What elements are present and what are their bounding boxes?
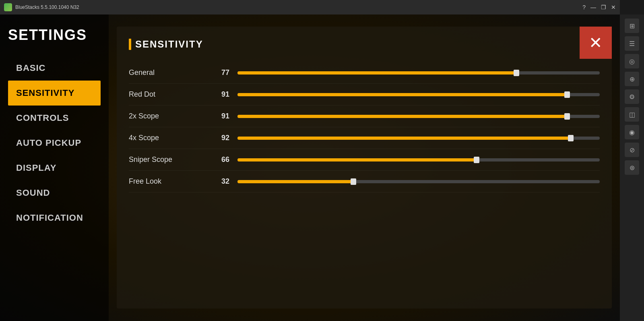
slider-value-4x-scope: 92 [209,134,229,142]
slider-track-4x-scope[interactable] [237,137,600,140]
right-icon-8[interactable]: ⊘ [625,143,639,157]
section-title: SENSITIVITY [135,39,203,50]
sidebar-item-auto-pickup[interactable]: AUTO PICKUP [8,130,101,155]
slider-thumb-4x-scope[interactable] [568,135,574,141]
slider-label-sniper-scope: Sniper Scope [129,155,209,164]
slider-track-general[interactable] [237,71,600,75]
right-sidebar: ⊞ ☰ ◎ ⊕ ⚙ ◫ ◉ ⊘ ⊛ [620,14,644,321]
slider-track-2x-scope[interactable] [237,115,600,118]
slider-fill-free-look [237,180,353,183]
window-controls: ? — ❐ ✕ [582,4,616,10]
main-wrapper: SETTINGS BASIC SENSITIVITY CONTROLS AUTO… [0,14,620,321]
right-icon-5[interactable]: ⚙ [625,89,639,104]
slider-fill-4x-scope [237,137,571,140]
right-icon-1[interactable]: ⊞ [625,19,639,33]
slider-row-red-dot: Red Dot 91 [129,84,600,106]
settings-title: SETTINGS [8,27,101,43]
slider-value-red-dot: 91 [209,90,229,99]
slider-track-red-dot[interactable] [237,93,600,96]
slider-fill-red-dot [237,93,567,96]
slider-thumb-free-look[interactable] [351,178,356,185]
slider-label-4x-scope: 4x Scope [129,134,209,142]
slider-label-2x-scope: 2x Scope [129,112,209,120]
slider-fill-sniper-scope [237,158,477,162]
slider-value-free-look: 32 [209,177,229,186]
right-icon-9[interactable]: ⊛ [625,160,639,175]
sidebar-item-basic[interactable]: BASIC [8,56,101,81]
slider-thumb-2x-scope[interactable] [564,113,570,120]
slider-fill-general [237,71,516,75]
right-icon-3[interactable]: ◎ [625,54,639,68]
section-accent [129,39,131,50]
sidebar-item-sensitivity[interactable]: SENSITIVITY [8,81,101,106]
slider-thumb-sniper-scope[interactable] [474,157,479,163]
slider-value-2x-scope: 91 [209,112,229,120]
close-button[interactable]: ✕ [580,27,612,59]
sidebar-menu: BASIC SENSITIVITY CONTROLS AUTO PICKUP D… [8,56,101,230]
slider-fill-2x-scope [237,115,567,118]
slider-label-red-dot: Red Dot [129,90,209,99]
right-icon-6[interactable]: ◫ [625,107,639,122]
close-icon: ✕ [589,35,603,51]
slider-row-2x-scope: 2x Scope 91 [129,106,600,127]
left-sidebar: SETTINGS BASIC SENSITIVITY CONTROLS AUTO… [0,14,109,321]
sidebar-item-sound[interactable]: SOUND [8,180,101,205]
sidebar-item-display[interactable]: DISPLAY [8,155,101,180]
sidebar-item-controls[interactable]: CONTROLS [8,106,101,130]
restore-button[interactable]: ❐ [601,4,606,10]
right-icon-4[interactable]: ⊕ [625,72,639,86]
slider-thumb-red-dot[interactable] [564,91,570,98]
slider-track-sniper-scope[interactable] [237,158,600,162]
sidebar-item-notification[interactable]: NOTIFICATION [8,205,101,230]
slider-value-general: 77 [209,68,229,77]
app-title: BlueStacks 5.5.100.1040 N32 [15,4,79,10]
slider-value-sniper-scope: 66 [209,155,229,164]
slider-track-free-look[interactable] [237,180,600,183]
slider-row-general: General 77 [129,62,600,84]
slider-label-free-look: Free Look [129,177,209,186]
close-window-button[interactable]: ✕ [611,4,616,10]
help-button[interactable]: ? [582,4,586,10]
content-panel: SENSITIVITY General 77 Red Dot 91 2x Sco… [117,27,612,309]
slider-label-general: General [129,68,209,77]
slider-row-4x-scope: 4x Scope 92 [129,127,600,149]
right-icon-7[interactable]: ◉ [625,125,639,139]
slider-row-free-look: Free Look 32 [129,171,600,193]
minimize-button[interactable]: — [590,4,596,10]
section-header: SENSITIVITY [129,39,600,50]
right-icon-2[interactable]: ☰ [625,36,639,51]
bluestacks-logo [4,3,12,11]
slider-row-sniper-scope: Sniper Scope 66 [129,149,600,171]
slider-thumb-general[interactable] [514,70,519,76]
title-bar: BlueStacks 5.5.100.1040 N32 ? — ❐ ✕ [0,0,620,14]
